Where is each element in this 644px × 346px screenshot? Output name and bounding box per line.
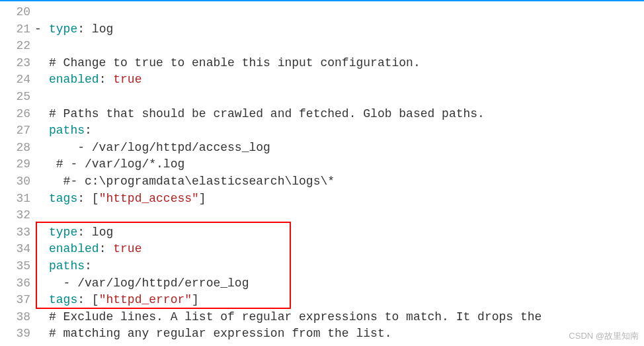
line-number: 24 [0,71,30,89]
code-line[interactable] [34,4,644,21]
line-number: 37 [0,292,30,309]
code-line[interactable]: # Exclude lines. A list of regular expre… [34,309,644,326]
yaml-key: paths [49,124,85,137]
line-number: 20 [0,4,30,21]
yaml-key: type [49,226,77,239]
code-line[interactable]: # Change to true to enable this input co… [34,55,644,72]
code-line[interactable]: enabled: true [34,241,644,258]
code-line[interactable]: # matching any regular expression from t… [34,325,644,343]
string-value: "httpd_error" [99,293,192,306]
comment-text: # Exclude lines. A list of regular expre… [49,310,542,324]
line-number-gutter: 20 21 22 23 24 25 26 27 28 29 30 31 32 3… [0,1,34,346]
code-line[interactable]: enabled: true [34,71,644,89]
line-number: 30 [0,173,30,191]
code-line[interactable]: - type: log [34,21,644,38]
code-line[interactable]: tags: ["httpd_access"] [34,191,644,208]
yaml-value: true [113,242,141,255]
comment-text: #- c:\programdata\elasticsearch\logs\* [49,175,335,188]
line-number: 32 [0,207,30,224]
line-number: 27 [0,122,30,140]
line-number: 39 [0,325,30,343]
yaml-key: enabled [49,73,99,86]
yaml-value: - /var/log/httpd/access_log [49,141,270,154]
string-value: "httpd_access" [99,192,199,205]
yaml-key: enabled [49,242,99,255]
yaml-key: tags [49,192,77,205]
code-line[interactable]: paths: [34,258,644,275]
line-number: 38 [0,309,30,326]
line-number: 36 [0,275,30,292]
yaml-value: - /var/log/httpd/erroe_log [49,277,249,290]
line-number: 35 [0,258,30,275]
fold-marker: - [34,21,49,38]
code-content[interactable]: - type: log # Change to true to enable t… [34,1,644,346]
line-number: 31 [0,191,30,208]
code-line[interactable]: #- c:\programdata\elasticsearch\logs\* [34,173,644,191]
code-line[interactable]: # Paths that should be crawled and fetch… [34,106,644,123]
line-number: 34 [0,241,30,258]
code-line[interactable]: - /var/log/httpd/erroe_log [34,275,644,292]
code-line[interactable] [34,38,644,55]
line-number: 22 [0,38,30,55]
comment-text: # Paths that should be crawled and fetch… [49,107,485,120]
yaml-key: type [49,22,77,36]
watermark-text: CSDN @故里知南 [569,330,639,342]
code-line[interactable] [34,207,644,224]
line-number: 29 [0,156,30,173]
code-line[interactable] [34,89,644,106]
code-editor[interactable]: 20 21 22 23 24 25 26 27 28 29 30 31 32 3… [0,1,644,346]
line-number: 23 [0,55,30,72]
comment-text: # matching any regular expression from t… [49,327,391,340]
yaml-value: log [92,226,113,239]
comment-text: # Change to true to enable this input co… [49,56,421,69]
yaml-value: true [113,73,141,86]
comment-text: # - /var/log/*.log [49,157,184,171]
code-line[interactable]: paths: [34,122,644,140]
code-line[interactable]: tags: ["httpd_error"] [34,292,644,309]
line-number: 33 [0,224,30,241]
line-number: 21 [0,21,30,38]
code-line[interactable]: - /var/log/httpd/access_log [34,140,644,157]
yaml-key: tags [49,293,77,306]
line-number: 26 [0,106,30,123]
yaml-key: paths [49,259,85,273]
line-number: 25 [0,89,30,106]
code-line[interactable]: type: log [34,224,644,241]
code-line[interactable]: # - /var/log/*.log [34,156,644,173]
line-number: 28 [0,140,30,157]
yaml-value: log [92,22,113,36]
